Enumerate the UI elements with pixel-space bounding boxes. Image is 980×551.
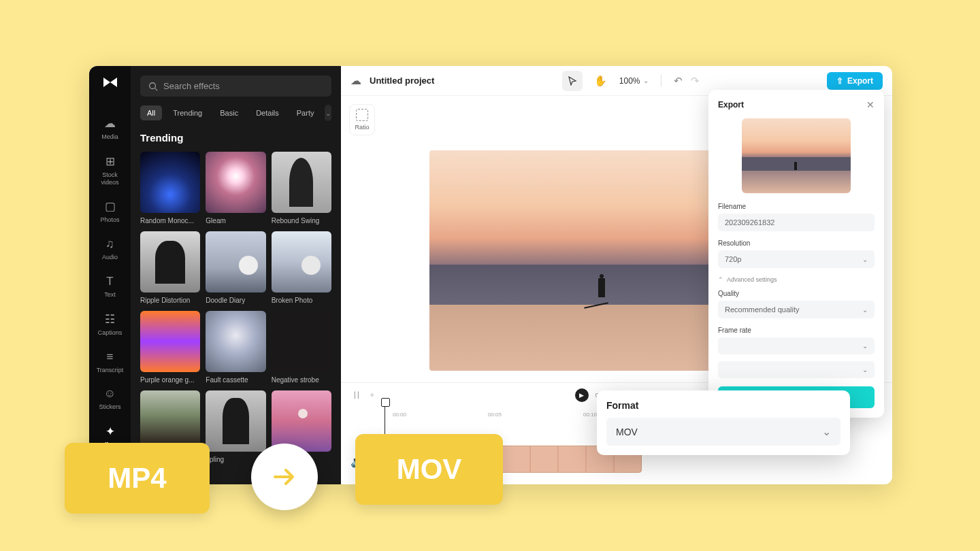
filter-party[interactable]: Party bbox=[290, 105, 321, 120]
export-panel: Export ✕ Filename Resolution 720p⌄ ⌃Adva… bbox=[708, 90, 884, 418]
delete-icon[interactable]: ✧ bbox=[370, 392, 375, 399]
sticker-icon: ☺ bbox=[104, 387, 116, 401]
captions-icon: ☷ bbox=[105, 312, 115, 327]
app-window: ☁Media ⊞Stock videos ▢Photos ♫Audio TTex… bbox=[89, 66, 892, 484]
effect-thumb bbox=[206, 152, 265, 213]
chevron-down-icon: ⌄ bbox=[862, 256, 868, 263]
cursor-tool[interactable] bbox=[562, 71, 583, 91]
ratio-icon bbox=[356, 109, 368, 121]
svg-point-0 bbox=[150, 82, 156, 88]
effect-item[interactable]: Random Monoc... bbox=[140, 152, 200, 224]
rail-audio[interactable]: ♫Audio bbox=[89, 231, 131, 268]
format-label: Format bbox=[606, 400, 840, 411]
filename-input[interactable] bbox=[718, 214, 875, 231]
resolution-label: Resolution bbox=[718, 239, 875, 247]
effects-grid: Random Monoc... Gleam Rebound Swing Ripp… bbox=[140, 152, 331, 463]
chevron-down-icon: ⌄ bbox=[862, 366, 868, 373]
chevron-down-icon: ⌄ bbox=[822, 425, 831, 438]
filter-basic[interactable]: Basic bbox=[213, 105, 245, 120]
rail-photos[interactable]: ▢Photos bbox=[89, 193, 131, 231]
hand-icon: ✋ bbox=[594, 75, 607, 87]
effect-thumb bbox=[206, 311, 265, 372]
section-title: Trending bbox=[140, 132, 331, 144]
effect-item[interactable]: Purple orange g... bbox=[140, 311, 200, 384]
framerate-label: Frame rate bbox=[718, 327, 875, 334]
rail-text[interactable]: TText bbox=[89, 268, 131, 305]
arrow-circle bbox=[251, 444, 318, 510]
quality-label: Quality bbox=[718, 290, 875, 297]
cursor-icon bbox=[568, 76, 577, 86]
search-icon bbox=[148, 82, 158, 91]
effect-thumb bbox=[272, 231, 331, 293]
mp4-badge: MP4 bbox=[65, 443, 210, 514]
effect-thumb bbox=[206, 390, 265, 452]
resolution-select[interactable]: 720p⌄ bbox=[718, 250, 875, 268]
rail-media[interactable]: ☁Media bbox=[89, 110, 131, 148]
effect-thumb bbox=[140, 311, 200, 372]
filter-more[interactable]: ⌄ bbox=[325, 105, 331, 121]
effect-item[interactable]: Gleam bbox=[206, 152, 265, 224]
effect-thumb bbox=[140, 152, 200, 213]
search-input[interactable]: Search effects bbox=[140, 76, 331, 97]
film-icon: ⊞ bbox=[105, 154, 115, 169]
ratio-tool[interactable]: Ratio bbox=[349, 104, 375, 135]
close-icon[interactable]: ✕ bbox=[866, 99, 875, 110]
effect-item[interactable]: Negative strobe bbox=[272, 311, 331, 384]
zoom-control[interactable]: 100%⌄ bbox=[619, 76, 649, 86]
filter-details[interactable]: Details bbox=[249, 105, 286, 120]
filename-label: Filename bbox=[718, 203, 875, 210]
chevron-up-icon: ⌃ bbox=[718, 276, 723, 283]
chevron-down-icon: ⌄ bbox=[862, 342, 868, 350]
chevron-down-icon: ⌄ bbox=[643, 77, 649, 84]
effect-item[interactable]: Fault cassette bbox=[206, 311, 265, 384]
svg-line-1 bbox=[155, 88, 158, 90]
advanced-toggle[interactable]: ⌃Advanced settings bbox=[718, 276, 875, 283]
cloud-icon: ☁ bbox=[104, 116, 116, 131]
left-rail: ☁Media ⊞Stock videos ▢Photos ♫Audio TTex… bbox=[89, 66, 131, 484]
format-popup: Format MOV ⌄ bbox=[597, 390, 850, 455]
rail-stock-videos[interactable]: ⊞Stock videos bbox=[89, 148, 131, 193]
play-button[interactable]: ▶ bbox=[575, 388, 589, 402]
mov-badge: MOV bbox=[355, 434, 503, 505]
quality-select[interactable]: Recommended quality⌄ bbox=[718, 301, 875, 318]
music-icon: ♫ bbox=[105, 237, 114, 251]
chevron-down-icon: ⌄ bbox=[325, 110, 331, 117]
rail-captions[interactable]: ☷Captions bbox=[89, 305, 131, 344]
effect-thumb bbox=[272, 152, 331, 213]
effect-item[interactable]: opling bbox=[206, 390, 265, 463]
effect-item[interactable]: Broken Photo bbox=[272, 231, 331, 304]
filter-all[interactable]: All bbox=[140, 105, 162, 120]
effect-thumb bbox=[140, 231, 200, 293]
export-title: Export bbox=[718, 100, 744, 110]
sparkle-icon: ✦ bbox=[105, 424, 115, 439]
rail-stickers[interactable]: ☺Stickers bbox=[89, 380, 131, 418]
framerate-select[interactable]: ⌄ bbox=[718, 337, 875, 354]
main-area: ☁ Untitled project ✋ 100%⌄ ↶ ↷ ⇧Export R… bbox=[341, 66, 892, 484]
undo-button[interactable]: ↶ bbox=[674, 75, 683, 87]
extra-select[interactable]: ⌄ bbox=[718, 361, 875, 378]
effect-thumb bbox=[272, 311, 331, 372]
text-icon: T bbox=[106, 275, 113, 288]
arrow-right-icon bbox=[270, 462, 299, 492]
search-placeholder: Search effects bbox=[163, 81, 220, 91]
cloud-sync-icon[interactable]: ☁ bbox=[350, 74, 361, 87]
export-button[interactable]: ⇧Export bbox=[827, 72, 883, 90]
project-title[interactable]: Untitled project bbox=[370, 76, 434, 86]
app-logo[interactable] bbox=[101, 76, 120, 89]
hand-tool[interactable]: ✋ bbox=[591, 71, 611, 91]
filter-row: All Trending Basic Details Party ⌄ bbox=[140, 105, 331, 121]
effect-thumb bbox=[272, 390, 331, 452]
effects-panel: Search effects All Trending Basic Detail… bbox=[131, 66, 341, 484]
effect-item[interactable]: Rebound Swing bbox=[272, 152, 331, 224]
effect-item[interactable]: Doodle Diary bbox=[206, 231, 265, 304]
upload-icon: ⇧ bbox=[836, 76, 843, 86]
transcript-icon: ≡ bbox=[107, 350, 114, 364]
filter-trending[interactable]: Trending bbox=[166, 105, 209, 120]
split-icon[interactable]: ⎮⎮ bbox=[353, 392, 360, 399]
chevron-down-icon: ⌄ bbox=[862, 306, 868, 314]
redo-button[interactable]: ↷ bbox=[691, 75, 700, 87]
effect-item[interactable]: Ripple Distortion bbox=[140, 231, 200, 304]
rail-transcript[interactable]: ≡Transcript bbox=[89, 344, 131, 381]
format-select[interactable]: MOV ⌄ bbox=[606, 418, 840, 446]
image-icon: ▢ bbox=[105, 199, 116, 214]
